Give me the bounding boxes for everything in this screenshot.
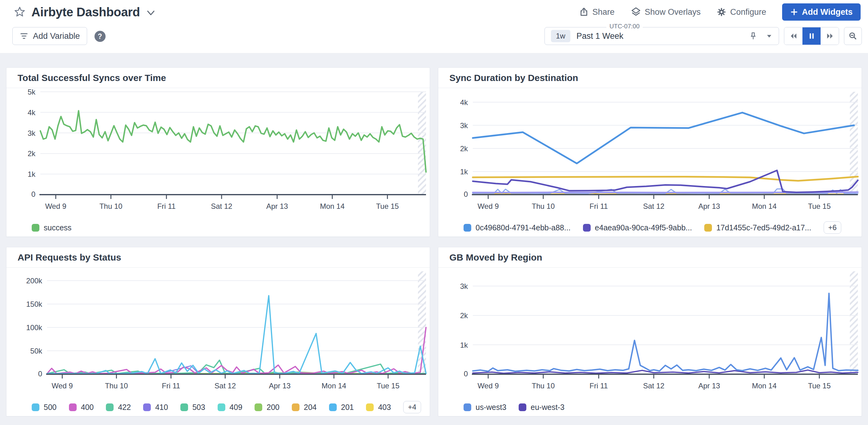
legend-swatch [106,403,114,411]
widget-sync-duration-by-destination: Sync Duration by Destination 01k2k3k4kWe… [438,67,862,237]
legend-item[interactable]: 500 [32,403,57,412]
title-chevron-down-icon[interactable] [147,10,155,16]
legend-more-button[interactable]: +4 [403,401,421,413]
widget-title: GB Moved by Region [438,247,862,268]
favorite-star-icon[interactable] [13,6,26,18]
svg-text:Fri 11: Fri 11 [589,382,608,390]
legend-label: 200 [267,403,279,412]
svg-text:1k: 1k [460,341,468,349]
legend-label: us-west3 [475,403,506,412]
chart-sync-duration-by-destination[interactable]: 01k2k3k4kWed 9Thu 10Fri 11Sat 12Apr 13Mo… [438,88,862,219]
widget-gb-moved-by-region: GB Moved by Region 01k2k3kWed 9Thu 10Fri… [438,247,862,416]
svg-text:Mon 14: Mon 14 [320,202,344,210]
legend-item[interactable]: 422 [106,403,131,412]
legend-swatch [366,403,374,411]
svg-text:3k: 3k [460,121,468,130]
legend-item[interactable]: 400 [69,403,94,412]
legend-item[interactable]: 403 [366,403,391,412]
time-backward-button[interactable] [784,27,802,44]
svg-text:Wed 9: Wed 9 [52,382,73,390]
help-icon: ? [98,32,102,41]
time-dropdown-caret-icon[interactable] [766,33,773,39]
legend-item[interactable]: 201 [329,403,354,412]
chart-legend: us-west3eu-west-3 [438,398,862,416]
add-widgets-button[interactable]: Add Widgets [782,3,861,21]
legend-label: success [44,223,71,232]
show-overlays-label: Show Overlays [645,7,701,17]
legend-item[interactable]: 409 [218,403,243,412]
chart-api-requests-by-status[interactable]: 050k100k150k200kWed 9Thu 10Fri 11Sat 12A… [6,268,430,398]
legend-label: eu-west-3 [531,403,564,412]
legend-label: 500 [44,403,57,412]
legend-item[interactable]: e4aea90a-90ca-49f5-9abb... [583,223,692,232]
legend-more-button[interactable]: +6 [824,221,841,234]
legend-item[interactable]: 410 [143,403,168,412]
configure-button[interactable]: Configure [717,7,766,17]
svg-text:0: 0 [31,190,35,198]
svg-text:1k: 1k [460,168,468,176]
svg-text:Tue 15: Tue 15 [808,202,831,210]
svg-text:150k: 150k [26,300,42,308]
widget-title: Total Successful Syncs over Time [6,68,430,88]
zoom-out-button[interactable] [844,27,862,45]
svg-text:Apr 13: Apr 13 [266,202,288,210]
svg-text:Thu 10: Thu 10 [99,202,123,210]
share-icon [579,7,589,17]
svg-text:Fri 11: Fri 11 [162,382,180,390]
svg-text:Sat 12: Sat 12 [215,382,236,390]
widget-total-successful-syncs: Total Successful Syncs over Time 01k2k3k… [6,67,430,237]
legend-swatch [464,403,471,411]
add-widgets-label: Add Widgets [802,7,852,17]
svg-text:Apr 13: Apr 13 [699,382,720,390]
pause-icon [808,32,816,40]
svg-text:Sat 12: Sat 12 [643,382,664,390]
legend-label: 17d1455c-7ed5-49d2-a17... [716,223,811,232]
legend-item[interactable]: us-west3 [464,403,506,412]
legend-item[interactable]: eu-west-3 [519,403,564,412]
legend-item[interactable]: 503 [180,403,205,412]
svg-text:Sat 12: Sat 12 [643,202,664,210]
dashboard-header: Airbyte Dashboard Share Show Overlays [0,0,868,53]
legend-label: 410 [155,403,168,412]
fast-forward-icon [826,32,834,40]
help-button[interactable]: ? [94,31,105,42]
legend-label: 403 [378,403,391,412]
share-button[interactable]: Share [579,7,615,17]
share-label: Share [592,7,615,17]
chart-gb-moved-by-region[interactable]: 01k2k3kWed 9Thu 10Fri 11Sat 12Apr 13Mon … [438,268,862,398]
legend-swatch [69,403,76,411]
legend-label: e4aea90a-90ca-49f5-9abb... [595,223,692,232]
show-overlays-button[interactable]: Show Overlays [631,7,701,17]
chart-total-successful-syncs[interactable]: 01k2k3k4k5kWed 9Thu 10Fri 11Sat 12Apr 13… [6,88,430,219]
legend-label: 204 [304,403,317,412]
svg-text:3k: 3k [460,282,468,291]
time-pause-button[interactable] [802,27,820,44]
legend-swatch [32,403,39,411]
pin-icon[interactable] [749,31,758,41]
svg-text:2k: 2k [460,145,468,153]
add-variable-button[interactable]: Add Variable [12,27,87,45]
add-variable-label: Add Variable [33,31,80,41]
legend-item[interactable]: 17d1455c-7ed5-49d2-a17... [704,223,811,232]
plus-icon [790,8,798,16]
svg-text:3k: 3k [28,129,36,138]
legend-item[interactable]: 204 [292,403,317,412]
legend-label: 409 [229,403,243,412]
time-forward-button[interactable] [820,27,839,44]
gear-icon [717,7,726,17]
svg-text:Thu 10: Thu 10 [532,202,555,210]
legend-item[interactable]: 0c49680d-4791-4ebb-a88... [464,223,571,232]
legend-swatch [519,403,526,411]
time-shift-button-group [784,27,839,45]
legend-item[interactable]: 200 [254,403,279,412]
time-range-picker[interactable]: UTC-07:00 1w Past 1 Week [545,27,779,45]
legend-item[interactable]: success [32,223,71,232]
overlays-layers-icon [631,7,641,17]
svg-text:0: 0 [464,190,468,198]
widget-title: Sync Duration by Destination [438,68,862,88]
legend-label: 201 [341,403,354,412]
widget-api-requests-by-status: API Requests by Status 050k100k150k200kW… [6,247,430,416]
svg-text:100k: 100k [26,323,42,332]
legend-swatch [704,224,712,232]
svg-text:Tue 15: Tue 15 [376,202,399,210]
